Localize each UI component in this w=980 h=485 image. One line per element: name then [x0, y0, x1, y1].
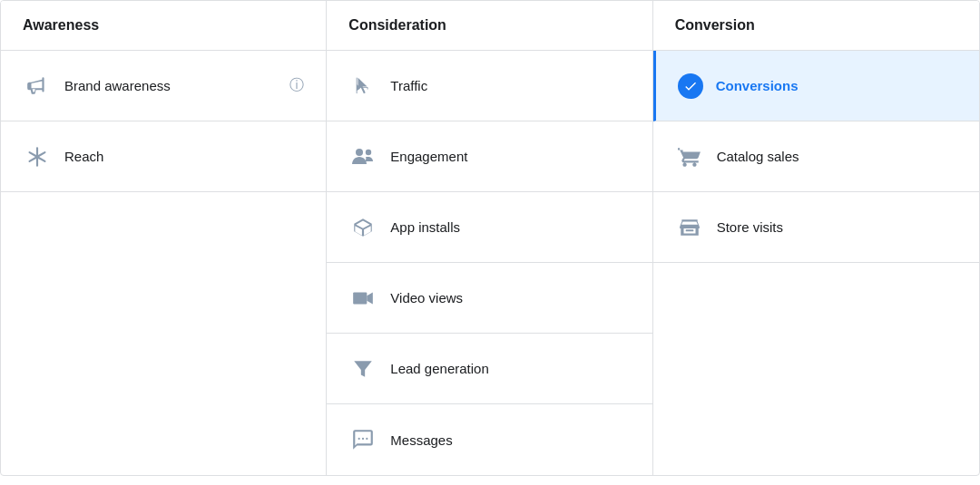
store-visits-label: Store visits [717, 219, 783, 235]
conversions-label: Conversions [716, 78, 799, 93]
conversions-option[interactable]: Conversions [653, 51, 979, 121]
app-installs-label: App installs [390, 219, 460, 235]
traffic-label: Traffic [390, 78, 427, 93]
engagement-label: Engagement [390, 149, 467, 164]
engagement-option[interactable]: Engagement [327, 121, 652, 192]
catalog-sales-option[interactable]: Catalog sales [653, 121, 979, 192]
awareness-filler [1, 192, 326, 475]
asterisk-icon [23, 142, 52, 171]
svg-rect-2 [353, 292, 367, 304]
box-icon [348, 213, 377, 242]
awareness-column-header: Awareness [1, 1, 327, 51]
store-icon [675, 213, 704, 242]
catalog-sales-label: Catalog sales [717, 149, 799, 164]
video-views-option[interactable]: Video views [327, 263, 652, 334]
brand-awareness-option[interactable]: Brand awareness ⓘ [1, 51, 326, 121]
awareness-header-label: Awareness [23, 17, 99, 33]
svg-point-0 [356, 149, 363, 156]
filter-icon [348, 354, 377, 383]
lead-generation-label: Lead generation [390, 361, 488, 376]
reach-label: Reach [64, 149, 103, 164]
awareness-column-body: Brand awareness ⓘ Reach [1, 51, 327, 475]
consideration-header-label: Consideration [348, 17, 446, 33]
conversion-column-body: Conversions Catalog sales Store visits [653, 51, 979, 475]
svg-point-5 [367, 438, 368, 440]
conversion-header-label: Conversion [675, 17, 755, 33]
consideration-column-body: Traffic Engagement App installs [327, 51, 652, 475]
video-icon [348, 284, 377, 313]
selected-check-icon [678, 73, 703, 99]
traffic-option[interactable]: Traffic [327, 51, 652, 121]
cursor-icon [348, 72, 377, 101]
reach-option[interactable]: Reach [1, 121, 326, 192]
app-installs-option[interactable]: App installs [327, 192, 652, 263]
megaphone-icon [23, 72, 52, 101]
conversion-filler [653, 263, 979, 475]
messages-option[interactable]: Messages [327, 404, 652, 475]
brand-awareness-label: Brand awareness [64, 78, 171, 93]
info-icon[interactable]: ⓘ [289, 76, 304, 95]
people-icon [348, 142, 377, 171]
svg-rect-6 [685, 229, 693, 231]
consideration-column-header: Consideration [327, 1, 652, 51]
chat-icon [348, 425, 377, 454]
svg-point-3 [358, 438, 360, 440]
conversion-column-header: Conversion [653, 1, 979, 51]
video-views-label: Video views [390, 290, 463, 306]
lead-generation-option[interactable]: Lead generation [327, 334, 652, 404]
svg-point-4 [362, 438, 364, 440]
store-visits-option[interactable]: Store visits [653, 192, 979, 263]
messages-label: Messages [390, 432, 452, 448]
campaign-objective-grid: Awareness Consideration Conversion Brand… [0, 0, 980, 476]
svg-point-1 [366, 149, 371, 154]
cart-icon [675, 142, 704, 171]
